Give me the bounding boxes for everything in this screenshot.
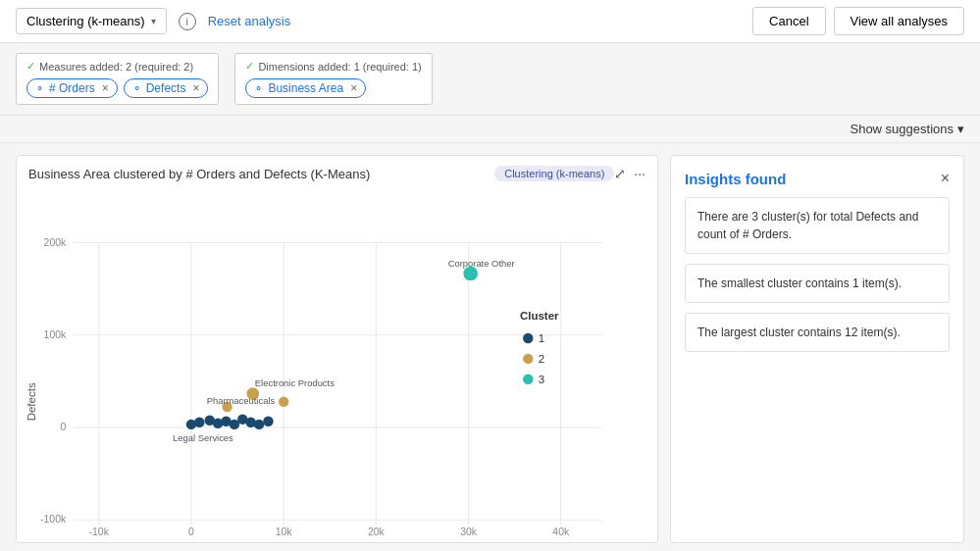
top-bar: Clustering (k-means) ▾ i Reset analysis … [0, 0, 980, 43]
defects-pill-label: Defects [146, 81, 186, 95]
svg-text:-10k: -10k [89, 526, 110, 537]
svg-text:0: 0 [60, 422, 66, 432]
top-bar-left: Clustering (k-means) ▾ i Reset analysis [16, 8, 290, 34]
clustering-dropdown[interactable]: Clustering (k-means) ▾ [16, 8, 167, 34]
reset-analysis-link[interactable]: Reset analysis [208, 14, 291, 28]
svg-text:40k: 40k [552, 526, 570, 537]
link-icon: ⚬ [35, 82, 44, 95]
svg-text:20k: 20k [368, 526, 386, 537]
chart-actions: ⤢ ··· [614, 166, 645, 181]
chart-panel: Business Area clustered by # Orders and … [16, 155, 658, 543]
main-content: Business Area clustered by # Orders and … [0, 143, 980, 551]
chart-area: Defects 200k 100k 0 -100k -10k 0 10k 20k [17, 187, 657, 543]
measures-label: ✓ Measures added: 2 (required: 2) [26, 60, 208, 73]
chart-title: Business Area clustered by # Orders and … [28, 167, 487, 181]
svg-text:Electronic Products: Electronic Products [255, 377, 335, 388]
view-all-analyses-button[interactable]: View all analyses [834, 7, 964, 35]
svg-point-23 [194, 418, 204, 427]
defects-pill-close[interactable]: × [192, 81, 199, 95]
svg-point-41 [523, 333, 533, 343]
svg-text:0: 0 [188, 526, 194, 537]
cancel-button[interactable]: Cancel [752, 7, 825, 35]
more-options-icon[interactable]: ··· [634, 166, 645, 181]
dimensions-pills: ⚬ Business Area × [245, 78, 421, 98]
svg-text:100k: 100k [44, 329, 67, 340]
svg-text:200k: 200k [44, 237, 67, 248]
svg-text:-100k: -100k [40, 514, 67, 525]
svg-point-31 [263, 417, 273, 426]
dropdown-label: Clustering (k-means) [26, 14, 145, 28]
svg-point-30 [254, 420, 264, 429]
svg-point-38 [463, 267, 478, 281]
dimensions-check-icon: ✓ [245, 60, 254, 73]
insights-title: Insights found [685, 171, 786, 187]
measures-group: ✓ Measures added: 2 (required: 2) ⚬ # Or… [16, 53, 219, 105]
svg-text:Legal Services: Legal Services [173, 432, 233, 443]
svg-text:2: 2 [539, 353, 544, 365]
svg-text:3: 3 [539, 374, 544, 385]
svg-text:30k: 30k [460, 526, 478, 537]
insight-card-3: The largest cluster contains 12 item(s). [685, 313, 950, 352]
svg-point-43 [523, 354, 533, 364]
svg-point-37 [279, 397, 288, 407]
svg-text:Corporate Other: Corporate Other [448, 258, 515, 269]
svg-text:1: 1 [539, 332, 544, 344]
business-area-pill-label: Business Area [268, 81, 343, 95]
business-area-pill-close[interactable]: × [350, 81, 357, 95]
scatter-chart: Defects 200k 100k 0 -100k -10k 0 10k 20k [17, 195, 653, 543]
insight-card-1: There are 3 cluster(s) for total Defects… [685, 197, 950, 254]
svg-text:10k: 10k [276, 526, 293, 537]
business-area-pill: ⚬ Business Area × [245, 78, 366, 98]
measures-check-icon: ✓ [26, 60, 35, 73]
top-bar-right: Cancel View all analyses [752, 7, 964, 35]
link-icon-2: ⚬ [132, 82, 141, 95]
defects-pill: ⚬ Defects × [124, 78, 209, 98]
svg-text:# Orders: # Orders [308, 541, 352, 543]
orders-pill-close[interactable]: × [102, 81, 109, 95]
orders-pill-label: # Orders [49, 81, 95, 95]
chevron-down-icon: ▾ [151, 16, 156, 26]
svg-point-45 [523, 375, 533, 384]
chart-header: Business Area clustered by # Orders and … [17, 156, 657, 187]
insight-card-2: The smallest cluster contains 1 item(s). [685, 264, 950, 303]
dimensions-label: ✓ Dimensions added: 1 (required: 1) [245, 60, 421, 73]
show-suggestions-button[interactable]: Show suggestions ▾ [850, 122, 964, 136]
info-icon[interactable]: i [179, 13, 196, 30]
measures-bar: ✓ Measures added: 2 (required: 2) ⚬ # Or… [0, 43, 980, 116]
insights-header: Insights found × [685, 170, 950, 187]
chevron-down-icon-2: ▾ [957, 122, 964, 136]
link-icon-3: ⚬ [254, 82, 263, 95]
svg-text:Pharmaceuticals: Pharmaceuticals [207, 395, 276, 406]
svg-text:Defects: Defects [26, 382, 37, 421]
orders-pill: ⚬ # Orders × [26, 78, 118, 98]
dimensions-group: ✓ Dimensions added: 1 (required: 1) ⚬ Bu… [234, 53, 432, 105]
suggestions-bar: Show suggestions ▾ [0, 116, 980, 143]
clustering-badge: Clustering (k-means) [494, 166, 614, 181]
insights-close-button[interactable]: × [941, 170, 950, 187]
insights-panel: Insights found × There are 3 cluster(s) … [670, 155, 964, 543]
svg-text:Cluster: Cluster [520, 310, 559, 322]
measures-pills: ⚬ # Orders × ⚬ Defects × [26, 78, 208, 98]
expand-icon[interactable]: ⤢ [614, 166, 626, 181]
